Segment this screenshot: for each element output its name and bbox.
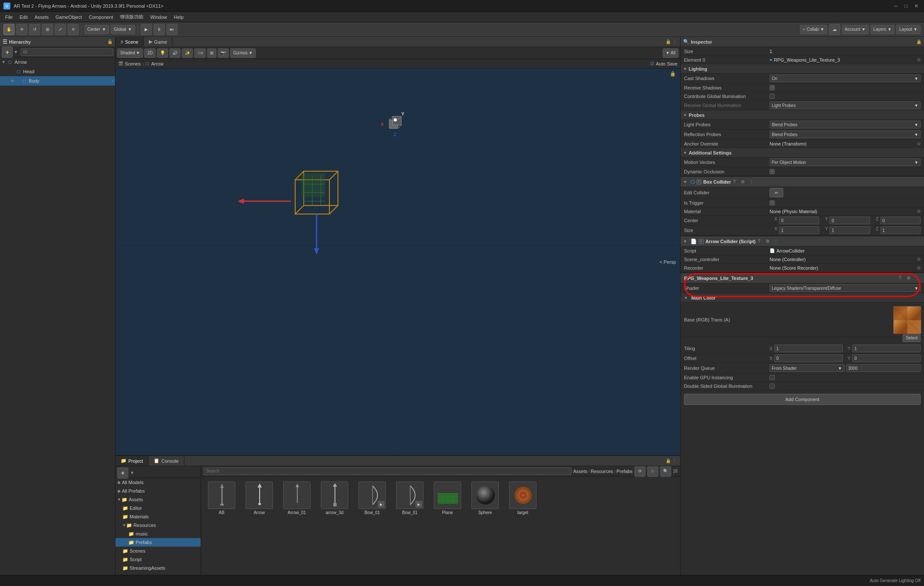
refresh-icon-btn[interactable]: ⟳ (634, 466, 646, 477)
layout-dropdown[interactable]: Layout ▼ (896, 25, 921, 34)
receive-gi-dropdown[interactable]: Light Probes ▼ (770, 101, 921, 109)
play-button[interactable]: ▶ (141, 24, 152, 35)
grid-toggle[interactable]: ⊞ (207, 48, 216, 58)
ac-menu-icon[interactable]: ⋮ (773, 238, 779, 245)
contribute-gi-checkbox[interactable] (770, 94, 775, 99)
zoom-icon-btn[interactable]: 🔍 (660, 466, 671, 477)
scene-controller-target-icon[interactable]: ⊙ (917, 257, 921, 262)
menu-gameobject[interactable]: GameObject (52, 12, 86, 22)
is-trigger-checkbox[interactable]: ✓ (770, 200, 775, 205)
ac-help-icon[interactable]: ? (755, 238, 762, 245)
tree-item-all-prefabs[interactable]: ◉ All Prefabs (116, 487, 201, 495)
shading-dropdown[interactable]: Shaded ▼ (117, 48, 143, 58)
arrow-collider-enabled-checkbox[interactable]: ✓ (699, 239, 704, 244)
tree-item-streaming[interactable]: 📁 StreamingAssets (116, 564, 201, 572)
probes-section-header[interactable]: ▼ Probes (681, 110, 924, 120)
lighting-section-header[interactable]: ▼ Lighting (681, 64, 924, 74)
add-component-button[interactable]: Add Component (684, 394, 921, 405)
hierarchy-item-head[interactable]: ⬡ Head (0, 67, 115, 76)
tiling-y-field[interactable]: 1 (852, 345, 921, 352)
effects-toggle[interactable]: ✨ (182, 48, 193, 58)
global-dropdown[interactable]: Global ▼ (111, 25, 135, 34)
tab-scene[interactable]: # Scene (116, 37, 144, 47)
scale-tool-button[interactable]: ⊞ (42, 24, 53, 35)
asset-target[interactable]: target (506, 480, 540, 517)
bc-size-y[interactable]: 1 (829, 226, 870, 234)
scene-viewport[interactable]: X Y Z < Persp 🔒 (116, 68, 680, 455)
star-icon-btn[interactable]: ☆ (647, 466, 658, 477)
rotate-tool-button[interactable]: ↺ (29, 24, 40, 35)
tab-console[interactable]: 📋 Console (148, 456, 184, 466)
menu-component[interactable]: Component (85, 12, 116, 22)
hierarchy-search-input[interactable] (21, 48, 113, 56)
inspector-lock-icon[interactable]: 🔒 (916, 39, 921, 44)
move-tool-button[interactable]: ✛ (16, 24, 27, 35)
bc-material-target-icon[interactable]: ⊙ (917, 209, 921, 214)
light-probes-dropdown[interactable]: Blend Probes ▼ (770, 121, 921, 128)
recorder-target-icon[interactable]: ⊙ (917, 265, 921, 270)
transform-tool-button[interactable]: ✕ (68, 24, 79, 35)
auto-save-checkbox-icon[interactable]: ☑ (650, 61, 654, 66)
asset-sphere[interactable]: Sphere (468, 480, 502, 517)
hierarchy-item-body[interactable]: 👁 ⬡ Body › (0, 76, 115, 86)
tree-item-textures[interactable]: 📁 Textures (116, 572, 201, 575)
close-button[interactable]: ✕ (912, 2, 921, 10)
asset-bow01-b[interactable]: ▶ Bow_01 (393, 480, 427, 517)
account-dropdown[interactable]: Account ▼ (842, 25, 869, 34)
hierarchy-item-arrow[interactable]: ▼ ⬡ Arrow (0, 57, 115, 67)
audio-toggle[interactable]: 🔊 (169, 48, 181, 58)
menu-window[interactable]: Window (147, 12, 170, 22)
bc-menu-icon[interactable]: ⋮ (748, 178, 755, 185)
tree-item-materials[interactable]: 📁 Materials (116, 512, 201, 521)
gizmos-dropdown[interactable]: Gizmos ▼ (230, 48, 256, 58)
tree-item-all-models[interactable]: ◉ All Models (116, 478, 201, 487)
bc-help-icon[interactable]: ? (731, 178, 738, 185)
offset-y-field[interactable]: 0 (852, 354, 921, 362)
hierarchy-filter-icon[interactable]: ▼ (14, 50, 18, 54)
menu-enhanced[interactable]: 增强版功能 (116, 12, 147, 22)
menu-help[interactable]: Help (170, 12, 187, 22)
tree-item-scenes[interactable]: 📁 Scenes (116, 547, 201, 555)
element0-target-icon[interactable]: ⊙ (917, 57, 921, 62)
hand-tool-button[interactable]: ✋ (3, 24, 15, 35)
tree-item-editor[interactable]: 📁 Editor (116, 504, 201, 512)
asset-bow01-a[interactable]: ▶ Bow_01 (355, 480, 389, 517)
hierarchy-lock-icon[interactable]: 🔓 (107, 39, 113, 44)
light-toggle[interactable]: 💡 (157, 48, 168, 58)
asset-ab[interactable]: AB (204, 480, 239, 517)
titlebar-controls[interactable]: ─ □ ✕ (891, 2, 921, 10)
render-queue-mode-dropdown[interactable]: From Shader ▼ (770, 364, 844, 372)
bc-size-z[interactable]: 1 (880, 226, 921, 234)
reflection-probes-dropdown[interactable]: Blend Probes ▼ (770, 131, 921, 138)
bc-center-x[interactable]: 0 (779, 217, 819, 224)
tree-item-script[interactable]: 📁 Script (116, 555, 201, 564)
dynamic-occlusion-checkbox[interactable]: ✓ (770, 169, 775, 174)
project-search-input[interactable] (204, 467, 572, 475)
center-dropdown[interactable]: Center ▼ (84, 25, 109, 34)
maximize-button[interactable]: □ (902, 2, 910, 10)
bc-settings-icon[interactable]: ⚙ (740, 178, 746, 185)
double-sided-checkbox[interactable] (770, 384, 775, 389)
layers-dropdown[interactable]: Layers ▼ (871, 25, 895, 34)
mat-settings-icon[interactable]: ⚙ (905, 275, 912, 282)
render-queue-value-field[interactable]: 3000 (846, 364, 921, 372)
menu-assets[interactable]: Assets (31, 12, 52, 22)
anchor-override-target-icon[interactable]: ⊙ (917, 141, 921, 146)
shader-dropdown[interactable]: Legacy Shaders/Transparent/Diffuse ▼ (770, 284, 921, 292)
tree-item-music[interactable]: 📁 music (116, 529, 201, 538)
cloud-button[interactable]: ☁ (829, 24, 840, 35)
asset-plane[interactable]: Plane (430, 480, 465, 517)
cast-shadows-dropdown[interactable]: On ▼ (770, 74, 921, 82)
menu-file[interactable]: File (2, 12, 16, 22)
bc-center-z[interactable]: 0 (880, 217, 921, 224)
motion-vectors-dropdown[interactable]: Per Object Motion ▼ (770, 158, 921, 166)
collab-dropdown[interactable]: ● Collab ▼ (800, 25, 827, 34)
project-filter-icon[interactable]: ▼ (130, 470, 134, 475)
select-button[interactable]: Select (903, 334, 921, 342)
pause-button[interactable]: ⏸ (154, 24, 165, 35)
additional-section-header[interactable]: ▼ Additional Settings (681, 148, 924, 158)
tree-item-assets[interactable]: ▼ 📁 Assets (116, 495, 201, 504)
hierarchy-add-button[interactable]: + (2, 47, 13, 58)
tree-item-resources[interactable]: ▼ 📁 Resources (116, 521, 201, 529)
minimize-button[interactable]: ─ (891, 2, 900, 10)
